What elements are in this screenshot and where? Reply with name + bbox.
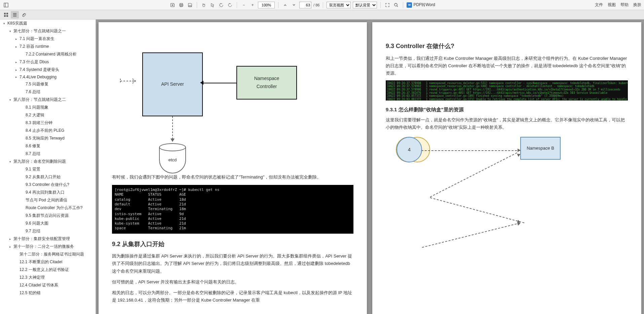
view-mode-select[interactable]: 双页视图	[327, 2, 351, 8]
hand-tool-icon[interactable]	[200, 2, 207, 8]
thumbnail-tab-icon[interactable]	[2, 11, 10, 18]
outline-item[interactable]: ▸第十一部分：二分之一活的微服务	[0, 243, 96, 250]
expand-icon[interactable]: ▾	[9, 160, 13, 163]
outline-item[interactable]: 7.5 问题修复	[0, 80, 96, 88]
page-left: API Server Namespace Controller etcd 有时候…	[99, 22, 367, 314]
expand-icon[interactable]: ▸	[15, 61, 20, 64]
paragraph: 和上一节类似，我们通过开启 Kube Controller Manager 最高…	[386, 55, 628, 77]
outline-item[interactable]: 9.1 背景	[0, 165, 96, 173]
export-icon[interactable]	[169, 2, 176, 8]
outline-item[interactable]: 12.4 Citadel 证书体系	[0, 281, 96, 289]
outline-item[interactable]: 8.3 就绪三分钟	[0, 119, 96, 127]
outline-label: 7.4 Systemd 是硬骨头	[20, 67, 59, 73]
rotate-left-icon[interactable]	[218, 2, 225, 8]
outline-item[interactable]: 8.6 修复	[0, 142, 96, 150]
next-page-icon[interactable]	[291, 2, 297, 8]
outline-item[interactable]: 8.2 大逻辑	[0, 111, 96, 119]
outline-item[interactable]: ▾第九部分：命名空间删除问题	[0, 158, 96, 165]
heading-9-3-1: 9.3.1 怎么样删除"收纳盒"里的资源	[386, 105, 628, 114]
expand-icon[interactable]: ▸	[15, 68, 20, 72]
expand-icon[interactable]: ▸	[15, 37, 20, 41]
bg-mode-select[interactable]: 默认背景	[353, 2, 377, 8]
zoom-in-icon[interactable]: +	[249, 2, 256, 8]
sidebar-toggle-icon[interactable]	[3, 2, 9, 8]
outline-label: 8.7 总结	[26, 151, 40, 157]
outline-sidebar[interactable]: ▾K8S实践篇▾第七部分：节点就绪问题之一▸7.1 问题一直在发生▸7.2 容器…	[0, 19, 96, 314]
menu-theme[interactable]: 换肤	[633, 2, 641, 8]
outline-item[interactable]: Route Controller 为什么不工作?	[0, 204, 96, 212]
heading-9-3: 9.3 Controller 在做什么?	[386, 41, 628, 51]
menu-help[interactable]: 帮助	[620, 2, 629, 8]
outline-item[interactable]: 9.3 Controller 在做什么?	[0, 181, 96, 189]
outline-item[interactable]: ▸7.3 什么是 Dbus	[0, 58, 96, 66]
print-icon[interactable]	[178, 2, 185, 8]
outline-item[interactable]: 8.7 总结	[0, 150, 96, 158]
sidebar-tabbar	[0, 10, 644, 19]
outline-item[interactable]: 第十二部分：服务网格证书过期问题	[0, 250, 96, 258]
expand-icon[interactable]: ▸	[15, 45, 20, 48]
save-icon[interactable]	[187, 2, 193, 8]
select-tool-icon[interactable]	[209, 2, 216, 8]
cylinder-etcd: etcd	[159, 143, 186, 173]
outline-label: 12.5 犯的错	[20, 290, 41, 296]
outline-label: 8.4 止步不前的 PLEG	[26, 128, 64, 133]
pdf-to-word-button[interactable]: W PDF转Word	[407, 2, 435, 8]
outline-label: 7.5 问题修复	[26, 81, 48, 87]
expand-icon[interactable]: ▸	[9, 237, 13, 241]
outline-item[interactable]: 9.7 总结	[0, 227, 96, 235]
outline-tab-icon[interactable]	[11, 11, 19, 18]
outline-item[interactable]: 9.6 问题大图	[0, 220, 96, 227]
outline-label: 节点与 Pod 之间的通信	[26, 197, 67, 203]
paragraph: 但可惜的是，API Server 并没有输出太多和这个问题有关的日志。	[112, 278, 353, 286]
box-api-server: API Server	[142, 52, 203, 116]
outline-item[interactable]: 12.3 大神定理	[0, 274, 96, 281]
search-icon[interactable]	[393, 2, 400, 8]
outline-item[interactable]: ▾K8S实践篇	[0, 19, 96, 27]
menu-view[interactable]: 视图	[608, 2, 616, 8]
outline-item[interactable]: ▾第八部分：节点就绪问题之二	[0, 96, 96, 104]
outline-item[interactable]: 9.4 再次回到集群入口	[0, 189, 96, 196]
expand-icon[interactable]: ▾	[9, 98, 13, 102]
outline-item[interactable]: 12.1 不断重启的 Citadel	[0, 258, 96, 266]
outline-label: 9.1 背景	[26, 166, 40, 172]
outline-label: 12.2 一般意义上的证书验证	[20, 267, 69, 273]
outline-label: 12.4 Citadel 证书体系	[20, 282, 58, 288]
outline-item[interactable]: ▸7.4.4Live Debugging	[0, 74, 96, 80]
prev-page-icon[interactable]	[282, 2, 289, 8]
outline-label: K8S实践篇	[7, 21, 27, 26]
fullscreen-icon[interactable]	[384, 2, 391, 8]
outline-item[interactable]: 8.5 无响应的 Terwayd	[0, 134, 96, 142]
outline-item[interactable]: 9.5 集群节点访问云资源	[0, 212, 96, 220]
outline-item[interactable]: ▾第七部分：节点就绪问题之一	[0, 27, 96, 35]
outline-item[interactable]: 8.1 问题现象	[0, 104, 96, 111]
expand-icon[interactable]: ▾	[3, 22, 7, 25]
outline-item[interactable]: 8.4 止步不前的 PLEG	[0, 127, 96, 134]
attachment-tab-icon[interactable]	[20, 11, 28, 18]
outline-item[interactable]: ▸7.4 Systemd 是硬骨头	[0, 66, 96, 74]
heading-9-2: 9.2 从集群入口开始	[112, 239, 353, 249]
zoom-out-icon[interactable]: −	[240, 2, 247, 8]
document-viewport[interactable]: API Server Namespace Controller etcd 有时候…	[96, 19, 644, 314]
expand-icon[interactable]: ▸	[9, 245, 13, 248]
page-input[interactable]	[299, 2, 311, 8]
outline-item[interactable]: 7.2.2 Containerd 调用栈分析	[0, 50, 96, 58]
outline-item[interactable]: 12.2 一般意义上的证书验证	[0, 266, 96, 274]
outline-label: 第十一部分：二分之一活的微服务	[13, 244, 74, 249]
outline-item[interactable]: 7.6 总结	[0, 88, 96, 96]
outline-item[interactable]: ▸第十部分：集群安全组配置管理	[0, 235, 96, 243]
outline-item[interactable]: ▸7.2 容器 runtime	[0, 43, 96, 50]
outline-item[interactable]: 12.5 犯的错	[0, 289, 96, 297]
rotate-right-icon[interactable]	[227, 2, 233, 8]
outline-item[interactable]: 9.2 从集群入口开始	[0, 173, 96, 181]
outline-item[interactable]: 节点与 Pod 之间的通信	[0, 196, 96, 204]
outline-item[interactable]: ▸7.1 问题一直在发生	[0, 35, 96, 43]
outline-label: Route Controller 为什么不工作?	[26, 205, 82, 211]
menu-file[interactable]: 文件	[595, 2, 603, 8]
outline-label: 8.3 就绪三分钟	[26, 120, 52, 126]
expand-icon[interactable]: ▾	[9, 30, 13, 33]
svg-rect-5	[189, 5, 191, 7]
outline-label: 9.7 总结	[26, 228, 40, 234]
zoom-input[interactable]	[258, 2, 275, 8]
outline-label: 第十二部分：服务网格证书过期问题	[20, 251, 84, 257]
expand-icon[interactable]: ▸	[15, 75, 20, 79]
